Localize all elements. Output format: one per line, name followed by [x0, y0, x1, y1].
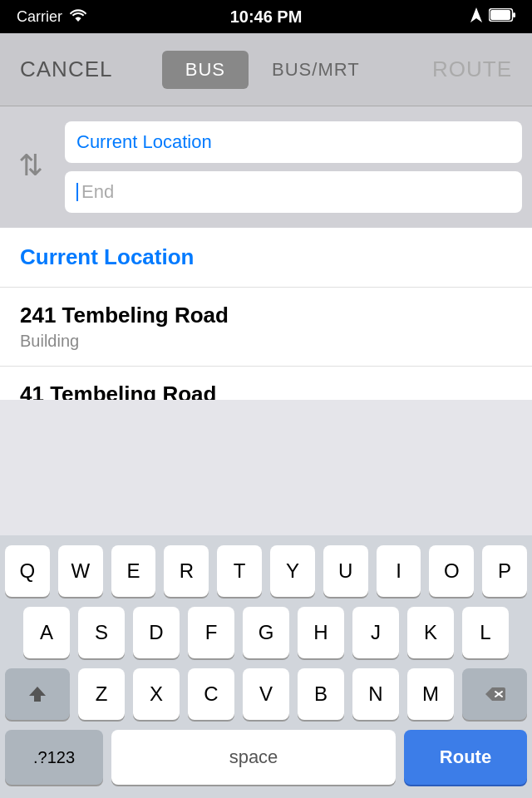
result-subtitle: Building [20, 332, 512, 351]
results-area: Current Location 241 Tembeling Road Buil… [0, 228, 532, 400]
key-s[interactable]: S [78, 607, 125, 658]
tab-bus[interactable]: BUS [162, 51, 249, 89]
key-y[interactable]: Y [270, 545, 315, 597]
space-key[interactable]: space [111, 730, 396, 785]
status-bar: Carrier 10:46 PM [0, 0, 532, 33]
key-t[interactable]: T [217, 545, 262, 597]
key-w[interactable]: W [58, 545, 103, 597]
key-z[interactable]: Z [78, 668, 125, 720]
keyboard-row-2: A S D F G H J K L [0, 607, 532, 658]
key-e[interactable]: E [111, 545, 156, 597]
wifi-icon [69, 8, 87, 26]
keyboard: Q W E R T Y U I O P A S D F G H J K L Z … [0, 535, 532, 798]
shift-key[interactable] [5, 668, 70, 720]
key-n[interactable]: N [352, 668, 399, 720]
svg-rect-1 [513, 12, 515, 17]
time-display: 10:46 PM [230, 7, 303, 27]
result-place-1[interactable]: 241 Tembeling Road Building [0, 288, 532, 367]
key-i[interactable]: I [377, 545, 421, 597]
nav-bar: CANCEL BUS BUS/MRT ROUTE [0, 33, 532, 106]
key-q[interactable]: Q [5, 545, 50, 597]
route-swap-icon[interactable]: ⇅ [10, 145, 53, 189]
end-field[interactable]: End [65, 171, 522, 213]
end-placeholder: End [81, 181, 114, 203]
key-x[interactable]: X [133, 668, 180, 720]
key-b[interactable]: B [298, 668, 344, 720]
delete-key[interactable] [462, 668, 527, 720]
numbers-key[interactable]: .?123 [5, 730, 103, 785]
battery-icon [489, 8, 515, 26]
key-v[interactable]: V [243, 668, 289, 720]
key-k[interactable]: K [407, 607, 454, 658]
search-area: ⇅ Current Location End [0, 106, 532, 228]
key-m[interactable]: M [407, 668, 454, 720]
result-title: 41 Tembeling Road [0, 367, 532, 400]
key-d[interactable]: D [133, 607, 180, 658]
keyboard-row-3: Z X C V B N M [0, 668, 532, 720]
search-fields: Current Location End [65, 121, 522, 213]
route-button[interactable]: ROUTE [412, 57, 532, 82]
result-title: Current Location [20, 244, 512, 270]
key-l[interactable]: L [462, 607, 509, 658]
svg-rect-2 [490, 10, 510, 20]
key-p[interactable]: P [482, 545, 527, 597]
keyboard-row-1: Q W E R T Y U I O P [0, 545, 532, 597]
keyboard-bottom-row: .?123 space Route [0, 730, 532, 798]
key-h[interactable]: H [298, 607, 344, 658]
tab-bus-mrt[interactable]: BUS/MRT [249, 51, 383, 89]
key-a[interactable]: A [23, 607, 70, 658]
key-j[interactable]: J [352, 607, 399, 658]
key-g[interactable]: G [243, 607, 289, 658]
result-title: 241 Tembeling Road [20, 303, 512, 328]
svg-text:⇅: ⇅ [18, 149, 43, 182]
text-cursor [76, 183, 78, 201]
key-u[interactable]: U [323, 545, 368, 597]
key-f[interactable]: F [188, 607, 234, 658]
key-c[interactable]: C [188, 668, 234, 720]
route-key[interactable]: Route [404, 730, 527, 785]
key-r[interactable]: R [164, 545, 209, 597]
carrier-label: Carrier [17, 8, 62, 26]
key-o[interactable]: O [429, 545, 474, 597]
result-current-location[interactable]: Current Location [0, 228, 532, 288]
cancel-button[interactable]: CANCEL [0, 57, 132, 82]
location-icon [470, 7, 482, 27]
start-field[interactable]: Current Location [65, 121, 522, 163]
result-place-2-partial[interactable]: 41 Tembeling Road [0, 367, 532, 400]
nav-tabs: BUS BUS/MRT [162, 51, 383, 89]
